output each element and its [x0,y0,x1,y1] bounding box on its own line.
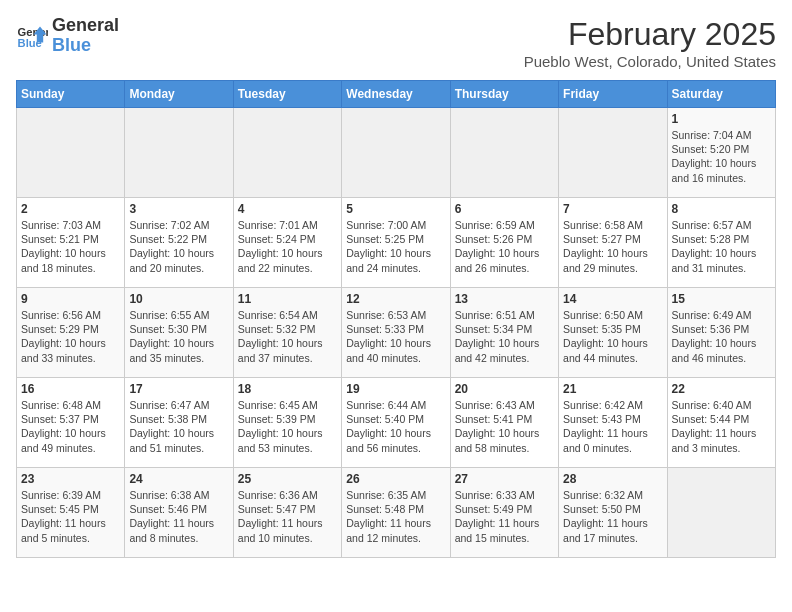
day-info: Sunrise: 6:44 AMSunset: 5:40 PMDaylight:… [346,398,445,455]
calendar-cell [342,108,450,198]
calendar-cell: 1Sunrise: 7:04 AMSunset: 5:20 PMDaylight… [667,108,775,198]
calendar-cell: 28Sunrise: 6:32 AMSunset: 5:50 PMDayligh… [559,468,667,558]
day-number: 23 [21,472,120,486]
day-number: 16 [21,382,120,396]
calendar-week-row: 2Sunrise: 7:03 AMSunset: 5:21 PMDaylight… [17,198,776,288]
day-number: 24 [129,472,228,486]
day-info: Sunrise: 6:36 AMSunset: 5:47 PMDaylight:… [238,488,337,545]
weekday-header: Friday [559,81,667,108]
calendar-week-row: 16Sunrise: 6:48 AMSunset: 5:37 PMDayligh… [17,378,776,468]
day-number: 3 [129,202,228,216]
calendar-cell [125,108,233,198]
day-info: Sunrise: 7:03 AMSunset: 5:21 PMDaylight:… [21,218,120,275]
day-info: Sunrise: 6:59 AMSunset: 5:26 PMDaylight:… [455,218,554,275]
calendar-cell [667,468,775,558]
calendar-cell: 14Sunrise: 6:50 AMSunset: 5:35 PMDayligh… [559,288,667,378]
calendar-week-row: 23Sunrise: 6:39 AMSunset: 5:45 PMDayligh… [17,468,776,558]
day-info: Sunrise: 6:32 AMSunset: 5:50 PMDaylight:… [563,488,662,545]
calendar-cell: 8Sunrise: 6:57 AMSunset: 5:28 PMDaylight… [667,198,775,288]
day-number: 8 [672,202,771,216]
day-number: 28 [563,472,662,486]
day-number: 26 [346,472,445,486]
calendar-cell [559,108,667,198]
weekday-header: Monday [125,81,233,108]
calendar-cell: 4Sunrise: 7:01 AMSunset: 5:24 PMDaylight… [233,198,341,288]
day-number: 21 [563,382,662,396]
calendar-cell: 16Sunrise: 6:48 AMSunset: 5:37 PMDayligh… [17,378,125,468]
calendar-cell: 18Sunrise: 6:45 AMSunset: 5:39 PMDayligh… [233,378,341,468]
calendar-cell: 7Sunrise: 6:58 AMSunset: 5:27 PMDaylight… [559,198,667,288]
calendar-subtitle: Pueblo West, Colorado, United States [524,53,776,70]
day-info: Sunrise: 7:00 AMSunset: 5:25 PMDaylight:… [346,218,445,275]
day-info: Sunrise: 6:54 AMSunset: 5:32 PMDaylight:… [238,308,337,365]
calendar-cell [17,108,125,198]
calendar-cell: 21Sunrise: 6:42 AMSunset: 5:43 PMDayligh… [559,378,667,468]
day-number: 9 [21,292,120,306]
calendar-cell [450,108,558,198]
day-info: Sunrise: 6:50 AMSunset: 5:35 PMDaylight:… [563,308,662,365]
calendar-cell: 27Sunrise: 6:33 AMSunset: 5:49 PMDayligh… [450,468,558,558]
page-header: General Blue General Blue February 2025 … [16,16,776,70]
day-number: 6 [455,202,554,216]
day-number: 17 [129,382,228,396]
logo: General Blue General Blue [16,16,119,56]
day-info: Sunrise: 6:53 AMSunset: 5:33 PMDaylight:… [346,308,445,365]
day-number: 12 [346,292,445,306]
calendar-cell: 19Sunrise: 6:44 AMSunset: 5:40 PMDayligh… [342,378,450,468]
calendar-table: SundayMondayTuesdayWednesdayThursdayFrid… [16,80,776,558]
day-info: Sunrise: 6:48 AMSunset: 5:37 PMDaylight:… [21,398,120,455]
day-number: 22 [672,382,771,396]
day-info: Sunrise: 6:43 AMSunset: 5:41 PMDaylight:… [455,398,554,455]
day-number: 14 [563,292,662,306]
calendar-cell: 13Sunrise: 6:51 AMSunset: 5:34 PMDayligh… [450,288,558,378]
calendar-title: February 2025 [524,16,776,53]
logo-icon: General Blue [16,20,48,52]
day-info: Sunrise: 6:56 AMSunset: 5:29 PMDaylight:… [21,308,120,365]
day-number: 18 [238,382,337,396]
calendar-cell: 25Sunrise: 6:36 AMSunset: 5:47 PMDayligh… [233,468,341,558]
title-block: February 2025 Pueblo West, Colorado, Uni… [524,16,776,70]
weekday-header: Thursday [450,81,558,108]
day-number: 5 [346,202,445,216]
calendar-cell: 2Sunrise: 7:03 AMSunset: 5:21 PMDaylight… [17,198,125,288]
calendar-week-row: 9Sunrise: 6:56 AMSunset: 5:29 PMDaylight… [17,288,776,378]
day-info: Sunrise: 6:55 AMSunset: 5:30 PMDaylight:… [129,308,228,365]
day-number: 19 [346,382,445,396]
calendar-cell: 23Sunrise: 6:39 AMSunset: 5:45 PMDayligh… [17,468,125,558]
calendar-cell: 24Sunrise: 6:38 AMSunset: 5:46 PMDayligh… [125,468,233,558]
day-info: Sunrise: 6:51 AMSunset: 5:34 PMDaylight:… [455,308,554,365]
calendar-cell: 20Sunrise: 6:43 AMSunset: 5:41 PMDayligh… [450,378,558,468]
calendar-cell: 12Sunrise: 6:53 AMSunset: 5:33 PMDayligh… [342,288,450,378]
calendar-cell: 10Sunrise: 6:55 AMSunset: 5:30 PMDayligh… [125,288,233,378]
day-info: Sunrise: 6:33 AMSunset: 5:49 PMDaylight:… [455,488,554,545]
day-number: 2 [21,202,120,216]
day-info: Sunrise: 6:35 AMSunset: 5:48 PMDaylight:… [346,488,445,545]
calendar-cell: 5Sunrise: 7:00 AMSunset: 5:25 PMDaylight… [342,198,450,288]
day-info: Sunrise: 6:39 AMSunset: 5:45 PMDaylight:… [21,488,120,545]
day-info: Sunrise: 7:04 AMSunset: 5:20 PMDaylight:… [672,128,771,185]
day-number: 25 [238,472,337,486]
day-info: Sunrise: 6:40 AMSunset: 5:44 PMDaylight:… [672,398,771,455]
calendar-header-row: SundayMondayTuesdayWednesdayThursdayFrid… [17,81,776,108]
calendar-cell: 15Sunrise: 6:49 AMSunset: 5:36 PMDayligh… [667,288,775,378]
day-info: Sunrise: 6:49 AMSunset: 5:36 PMDaylight:… [672,308,771,365]
day-info: Sunrise: 6:45 AMSunset: 5:39 PMDaylight:… [238,398,337,455]
day-number: 4 [238,202,337,216]
day-info: Sunrise: 6:42 AMSunset: 5:43 PMDaylight:… [563,398,662,455]
calendar-week-row: 1Sunrise: 7:04 AMSunset: 5:20 PMDaylight… [17,108,776,198]
weekday-header: Sunday [17,81,125,108]
day-info: Sunrise: 6:58 AMSunset: 5:27 PMDaylight:… [563,218,662,275]
logo-text: General Blue [52,16,119,56]
weekday-header: Tuesday [233,81,341,108]
day-info: Sunrise: 7:02 AMSunset: 5:22 PMDaylight:… [129,218,228,275]
calendar-cell: 3Sunrise: 7:02 AMSunset: 5:22 PMDaylight… [125,198,233,288]
day-number: 27 [455,472,554,486]
calendar-cell: 17Sunrise: 6:47 AMSunset: 5:38 PMDayligh… [125,378,233,468]
calendar-cell: 22Sunrise: 6:40 AMSunset: 5:44 PMDayligh… [667,378,775,468]
day-number: 10 [129,292,228,306]
day-number: 7 [563,202,662,216]
day-number: 1 [672,112,771,126]
day-info: Sunrise: 6:47 AMSunset: 5:38 PMDaylight:… [129,398,228,455]
day-info: Sunrise: 7:01 AMSunset: 5:24 PMDaylight:… [238,218,337,275]
day-info: Sunrise: 6:38 AMSunset: 5:46 PMDaylight:… [129,488,228,545]
